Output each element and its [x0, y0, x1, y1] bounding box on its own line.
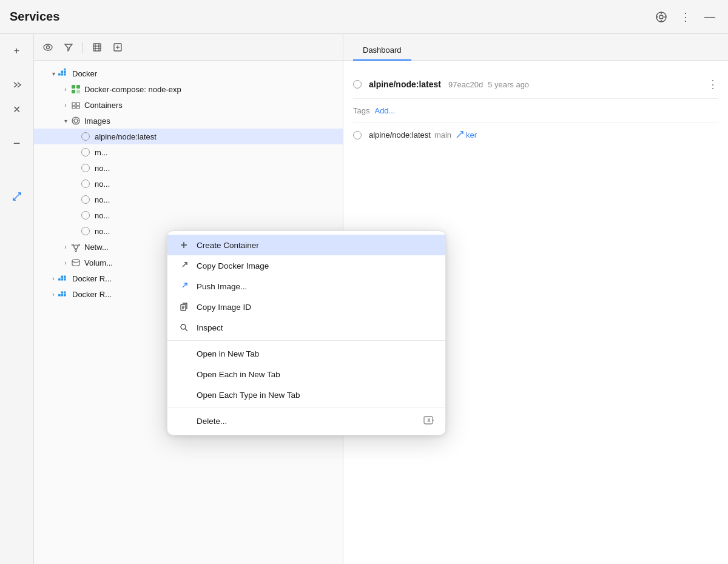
context-menu-copy-image-id[interactable]: Copy Image ID	[167, 297, 445, 317]
svg-rect-8	[93, 44, 101, 51]
chevron-images: ▾	[61, 116, 70, 126]
images-label: Images	[84, 116, 110, 126]
svg-line-55	[185, 329, 187, 331]
sub-image-name: alpine/node:latest	[369, 130, 431, 139]
tree-item-alpine-node[interactable]: alpine/node:latest	[34, 129, 343, 144]
docker-icon	[58, 68, 69, 79]
open-each-new-tab-label: Open Each in New Tab	[197, 370, 434, 379]
tab-dashboard[interactable]: Dashboard	[353, 41, 411, 61]
open-new-tab-icon	[178, 348, 189, 359]
sidebar-close-icon[interactable]: ✕	[7, 99, 27, 119]
svg-point-30	[74, 245, 78, 249]
context-menu: Create Container Copy Docker Image Push …	[167, 230, 446, 435]
svg-rect-38	[58, 278, 61, 281]
context-menu-divider-2	[167, 408, 445, 408]
svg-rect-19	[76, 90, 80, 93]
docker-r1-icon	[58, 273, 69, 284]
open-each-type-icon	[178, 389, 189, 400]
chevron-compose: ›	[61, 84, 70, 94]
svg-rect-39	[61, 278, 64, 281]
context-menu-open-new-tab[interactable]: Open in New Tab	[167, 343, 445, 364]
svg-rect-20	[72, 102, 75, 106]
svg-rect-12	[64, 73, 66, 76]
svg-rect-43	[58, 294, 61, 297]
context-menu-open-each-type[interactable]: Open Each Type in New Tab	[167, 384, 445, 405]
copy-docker-image-icon	[178, 260, 189, 271]
tree-item-no4[interactable]: no...	[34, 207, 343, 223]
svg-line-35	[78, 246, 79, 247]
copy-image-id-icon	[178, 301, 189, 312]
docker-r2-label: Docker R...	[72, 290, 112, 299]
context-menu-inspect[interactable]: Inspect	[167, 317, 445, 338]
svg-point-54	[181, 324, 186, 329]
app-title: Services	[10, 10, 59, 24]
tree-item-compose[interactable]: › Docker-compose: node-exp	[34, 81, 343, 97]
open-new-tab-label: Open in New Tab	[197, 349, 434, 358]
tree-item-no1[interactable]: no...	[34, 160, 343, 176]
sidebar-expand-icon[interactable]	[7, 187, 27, 206]
images-icon	[70, 115, 81, 126]
sub-image-tag: main	[434, 130, 451, 139]
main-image-more-icon[interactable]: ⋮	[707, 78, 718, 91]
toolbar-eye-button[interactable]	[40, 39, 56, 55]
main-image-hash: 97eac20d	[448, 80, 483, 89]
inspect-label: Inspect	[197, 323, 434, 332]
tree-item-docker[interactable]: ▾ Docker	[34, 65, 343, 81]
tree-item-m[interactable]: m...	[34, 144, 343, 160]
tree-toolbar	[34, 34, 343, 61]
context-menu-delete[interactable]: Delete...	[167, 411, 445, 431]
more-options-icon[interactable]: ⋮	[677, 8, 694, 25]
svg-rect-22	[72, 106, 75, 109]
svg-rect-16	[72, 85, 75, 89]
svg-rect-47	[64, 292, 66, 294]
docker-link[interactable]: ker	[466, 130, 477, 139]
sidebar-collapse-icon[interactable]	[7, 75, 27, 95]
svg-rect-14	[64, 71, 66, 73]
push-image-icon	[178, 281, 189, 292]
svg-point-32	[78, 244, 80, 246]
sub-image-row: alpine/node:latest main ker	[353, 123, 718, 147]
target-icon[interactable]	[653, 8, 670, 25]
svg-rect-10	[58, 73, 61, 76]
copy-docker-image-label: Copy Docker Image	[197, 261, 434, 270]
expand-link-icon[interactable]	[456, 131, 463, 139]
main-image-row: alpine/node:latest 97eac20d 5 years ago …	[353, 70, 718, 99]
tree-item-images[interactable]: ▾ Images	[34, 113, 343, 129]
main-image-radio	[353, 80, 362, 89]
sidebar-add-button[interactable]: +	[7, 41, 27, 61]
chevron-docker: ▾	[49, 69, 58, 78]
no2-label: no...	[95, 180, 110, 189]
sidebar-minus-icon[interactable]: −	[7, 133, 27, 153]
main-image-name: alpine/node:latest	[369, 79, 441, 89]
tags-add-button[interactable]: Add...	[374, 106, 395, 115]
tree-item-containers[interactable]: › Containers	[34, 97, 343, 113]
toolbar-frame-button[interactable]	[89, 39, 105, 55]
delete-icon	[178, 415, 189, 426]
sub-image-radio	[353, 131, 362, 139]
no4-label: no...	[95, 211, 110, 220]
toolbar-filter-button[interactable]	[61, 39, 76, 55]
radio-no2	[81, 180, 90, 188]
context-menu-open-each-new-tab[interactable]: Open Each in New Tab	[167, 364, 445, 384]
tags-row: Tags Add...	[353, 99, 718, 123]
svg-rect-18	[72, 90, 75, 93]
networks-label: Netw...	[84, 243, 109, 252]
docker-r2-icon	[58, 289, 69, 300]
svg-line-34	[73, 246, 74, 247]
context-menu-create-container[interactable]: Create Container	[167, 235, 445, 255]
push-image-label: Push Image...	[197, 282, 434, 291]
tree-item-no3[interactable]: no...	[34, 192, 343, 207]
toolbar-add-button[interactable]	[110, 39, 126, 55]
copy-image-id-label: Copy Image ID	[197, 303, 434, 312]
minimize-icon[interactable]: —	[701, 8, 718, 25]
containers-label: Containers	[84, 101, 123, 110]
chevron-volumes: ›	[61, 258, 70, 267]
toolbar-divider-1	[83, 42, 83, 53]
inspect-icon	[178, 322, 189, 333]
chevron-networks: ›	[61, 242, 70, 252]
tree-item-no2[interactable]: no...	[34, 176, 343, 192]
open-each-type-label: Open Each Type in New Tab	[197, 391, 434, 400]
context-menu-push-image[interactable]: Push Image...	[167, 276, 445, 297]
context-menu-copy-docker-image[interactable]: Copy Docker Image	[167, 255, 445, 276]
tab-bar: Dashboard	[343, 34, 728, 61]
